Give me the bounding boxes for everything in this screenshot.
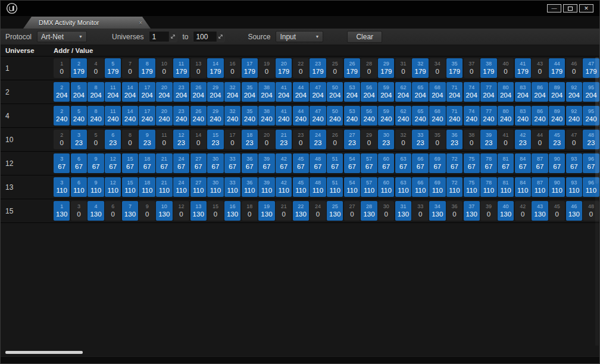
channel-address: 15	[212, 203, 218, 210]
channel-value: 179	[449, 67, 460, 76]
channel-address: 54	[349, 156, 355, 162]
channel-address: 65	[417, 84, 423, 91]
channel-cell: 44240	[293, 106, 309, 125]
protocol-dropdown[interactable]: Art-Net ▼	[37, 31, 87, 42]
universe-to-spinbox[interactable]: 100	[193, 31, 225, 42]
channel-address: 50	[332, 108, 338, 115]
channel-address: 11	[110, 108, 115, 115]
channel-cell: 9067	[549, 153, 565, 173]
spin-arrows-icon[interactable]	[216, 32, 224, 42]
channel-address: 31	[400, 61, 406, 67]
channel-value: 204	[363, 91, 374, 99]
channel-value: 240	[551, 115, 562, 123]
channel-address: 93	[571, 180, 577, 186]
channel-cell: 87110	[532, 177, 548, 197]
channel-cell: 26179	[344, 58, 360, 78]
universe-from-spinbox[interactable]: 1	[149, 31, 177, 42]
channel-cell: 400	[498, 58, 514, 78]
channel-address: 8	[129, 132, 132, 139]
channel-cell: 41204	[276, 82, 292, 102]
channel-address: 75	[468, 156, 474, 162]
channel-cell: 90110	[549, 177, 565, 197]
channel-value: 179	[517, 67, 529, 76]
close-button[interactable]: ✕	[579, 4, 593, 12]
channel-value: 0	[452, 210, 456, 218]
source-value: Input	[280, 33, 296, 41]
channel-cell: 30	[71, 201, 87, 221]
channel-value: 204	[158, 91, 170, 99]
channel-cell: 460	[566, 58, 582, 78]
channel-address: 75	[468, 180, 474, 186]
source-dropdown[interactable]: Input ▼	[276, 31, 323, 42]
channel-cell: 68240	[429, 106, 445, 125]
channel-address: 36	[246, 180, 252, 186]
channel-value: 110	[210, 186, 221, 194]
channel-cell: 150	[207, 201, 223, 221]
channel-address: 16	[230, 203, 236, 210]
channel-value: 110	[346, 186, 357, 194]
channel-value: 0	[350, 210, 354, 218]
channel-address: 27	[195, 180, 201, 186]
channel-address: 37	[468, 61, 474, 67]
channel-address: 56	[366, 108, 372, 115]
channel-address: 29	[383, 61, 389, 67]
channel-cell: 3967	[258, 153, 274, 173]
channel-value: 110	[432, 186, 443, 194]
minimize-button[interactable]: —	[547, 4, 561, 12]
vertical-scrollbar-thumb[interactable]	[595, 57, 599, 184]
channel-value: 0	[470, 139, 473, 147]
channel-cell: 1823	[242, 130, 258, 149]
channel-address: 93	[571, 156, 577, 162]
channel-address: 66	[417, 180, 423, 186]
channel-cell: 9367	[566, 153, 582, 173]
channel-cell: 68204	[429, 82, 445, 102]
spin-arrows-icon[interactable]	[168, 32, 177, 42]
channel-value: 179	[107, 67, 118, 76]
channel-address: 53	[349, 108, 355, 115]
window-controls: — ✕	[547, 4, 593, 12]
channel-value: 179	[278, 67, 289, 76]
channel-value: 204	[466, 91, 477, 99]
channel-value: 179	[176, 67, 187, 76]
channel-cell: 13130	[190, 201, 207, 221]
channel-address: 62	[400, 108, 406, 115]
channel-value: 179	[346, 67, 358, 76]
channel-value: 240	[244, 115, 255, 123]
channel-address: 12	[179, 132, 185, 139]
maximize-button[interactable]	[563, 4, 577, 12]
channel-address: 29	[366, 132, 372, 139]
title-bar[interactable]: — ✕	[1, 1, 599, 16]
channel-cell: 89204	[549, 82, 565, 102]
channel-address: 11	[110, 84, 115, 91]
channel-address: 95	[588, 84, 594, 91]
channel-cell: 1523	[207, 130, 223, 149]
channel-address: 43	[537, 203, 543, 210]
channel-address: 28	[366, 61, 372, 67]
channel-cell: 5204	[71, 82, 87, 102]
channel-value: 110	[517, 186, 528, 194]
source-label: Source	[248, 33, 270, 41]
tab-dmx-activity-monitor[interactable]: DMX Activity Monitor ×	[23, 17, 151, 29]
channel-cell: 1567	[122, 153, 138, 173]
channel-address: 47	[315, 108, 321, 115]
channel-value: 130	[363, 210, 374, 218]
tab-close-icon[interactable]: ×	[139, 20, 142, 26]
channel-value: 67	[331, 162, 339, 171]
horizontal-scrollbar[interactable]	[3, 349, 597, 355]
channel-cell: 320	[395, 130, 411, 149]
channel-value: 23	[280, 139, 288, 147]
channel-address: 47	[315, 84, 321, 91]
channel-cell: 50204	[327, 82, 343, 102]
channel-value: 110	[381, 186, 392, 194]
clear-button[interactable]: Clear	[347, 31, 382, 43]
channel-cell: 72110	[446, 177, 462, 197]
channel-cell: 2423	[310, 130, 326, 149]
channel-address: 63	[400, 156, 406, 162]
channel-address: 42	[281, 156, 287, 162]
channel-value: 0	[94, 67, 98, 76]
channel-cell: 32240	[224, 106, 240, 125]
channel-value: 130	[227, 210, 238, 218]
channel-cell: 4223	[515, 130, 531, 149]
vertical-scrollbar[interactable]	[595, 57, 599, 346]
horizontal-scrollbar-thumb[interactable]	[5, 351, 83, 354]
